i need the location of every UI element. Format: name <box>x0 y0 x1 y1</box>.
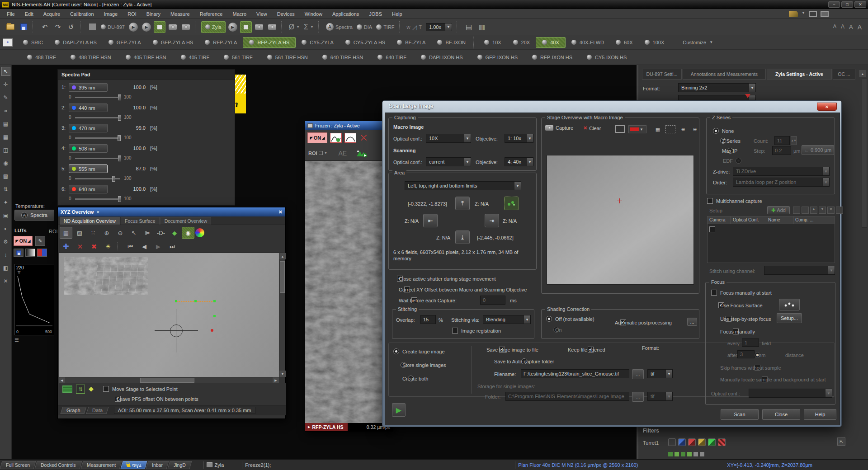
path-node-icon[interactable] <box>213 315 216 317</box>
channel-up-icon[interactable]: ▲ <box>810 207 817 214</box>
prev-point-icon[interactable]: ◀ <box>138 241 151 253</box>
oc-488-tirf[interactable]: 488 TIRF <box>20 52 63 63</box>
filter-mini-icon[interactable] <box>700 452 704 456</box>
lut-gradient-icon[interactable] <box>25 249 35 257</box>
menu-acquire[interactable]: Acquire <box>38 9 65 19</box>
oc-gfp-ixon-hs[interactable]: GFP-IXON HS <box>470 52 525 63</box>
channel-copy-icon[interactable] <box>793 207 800 214</box>
dropdown-arrow-icon[interactable]: ▼ <box>802 11 805 17</box>
menu-applications[interactable]: Applications <box>327 9 364 19</box>
first-point-icon[interactable]: ⏮ <box>124 241 137 253</box>
set-top-button[interactable]: ⤒ <box>455 197 470 210</box>
overlap-input[interactable] <box>420 315 436 324</box>
focus-manual-start-checkbox[interactable] <box>711 290 717 296</box>
filter-mini-icon[interactable] <box>687 452 692 456</box>
panel-scrollbar[interactable] <box>862 79 867 228</box>
stage-map-canvas[interactable] <box>59 253 279 377</box>
zdrive-dropdown[interactable]: Ti ZDrive▼ <box>733 167 830 176</box>
channel-slider[interactable] <box>75 137 120 139</box>
area-mode-dropdown[interactable]: Left, top, right and bottom limits▼ <box>405 181 521 190</box>
format-dropdown[interactable]: tif▼ <box>647 369 673 378</box>
minimize-button[interactable]: – <box>828 1 840 8</box>
menu-macro[interactable]: Macro <box>227 9 251 19</box>
pick-image-button[interactable] <box>504 197 519 210</box>
add-channel-button[interactable]: ✚Add <box>767 206 790 214</box>
multichannel-checkbox[interactable] <box>707 198 713 204</box>
focus-optical-dropdown[interactable]: ▼ <box>749 389 832 398</box>
channel-row-checkbox[interactable] <box>709 226 715 232</box>
focus-setup-button[interactable]: Setup... <box>777 313 802 323</box>
capture-zyla-button[interactable] <box>253 21 265 33</box>
tirf-mode-button[interactable]: TIRF <box>375 21 396 33</box>
order-dropdown[interactable]: Lambda loop per Z position▼ <box>733 178 830 187</box>
selection-frame-icon[interactable] <box>665 125 675 133</box>
menu-edit[interactable]: Edit <box>20 9 38 19</box>
menu-image[interactable]: Image <box>99 9 123 19</box>
live-zyla-button[interactable]: ▶ <box>227 21 239 33</box>
zoom-in-icon[interactable]: ⊕ <box>678 125 688 133</box>
measure-axis-icon[interactable]: ⊫ <box>141 227 154 239</box>
oc-640-tirf[interactable]: 640 TIRF <box>370 52 414 63</box>
menu-window[interactable]: Window <box>300 9 327 19</box>
channel-555-button[interactable]: 555 nm <box>69 164 108 173</box>
channel-slider[interactable] <box>75 158 120 159</box>
tab-measurement[interactable]: Measurement <box>80 461 122 469</box>
oc-dapi-ixon-hs[interactable]: DAPI-IXON HS <box>414 52 470 63</box>
oc-cy5-zyla-hs[interactable]: CY5-ZYLA HS <box>340 37 391 48</box>
points-grid-icon[interactable]: ⁙ <box>87 227 99 239</box>
rgb-color-icon[interactable] <box>195 228 204 237</box>
sun-icon[interactable]: ☀ <box>102 241 114 253</box>
zoom-level-dropdown[interactable]: 1.00x▼ <box>425 21 453 33</box>
scroll-down-icon[interactable]: ▼ <box>279 371 286 377</box>
mag-100x[interactable]: 100X <box>639 37 670 48</box>
dimension-icon[interactable]: -D- <box>155 227 167 239</box>
spectra-mode-button[interactable]: ASpectra <box>325 21 354 33</box>
channel-470-button[interactable]: 470 nm <box>69 124 108 132</box>
filter-blue-icon[interactable] <box>678 438 686 446</box>
sum-button[interactable]: Σ▼ <box>302 21 315 33</box>
sort-tool-icon[interactable]: ⇅ <box>1 185 10 194</box>
capture-plus-du897-button[interactable] <box>180 21 192 33</box>
menu-help[interactable]: Help <box>387 9 407 19</box>
filter-green-icon[interactable] <box>708 438 716 446</box>
tab-document-overview[interactable]: Document Overview <box>160 217 212 225</box>
macro-objective-dropdown[interactable]: 1: 10x▼ <box>505 134 533 143</box>
export-tool-icon[interactable]: ↓ <box>1 250 10 259</box>
diamond-marker-icon[interactable]: ◆ <box>168 227 181 239</box>
oc-dapi-zyla-hs[interactable]: DAPI-ZYLA HS <box>49 37 103 48</box>
filename-input[interactable] <box>521 369 629 378</box>
live-du897-button[interactable]: ▶ <box>127 21 139 33</box>
ae-button[interactable]: AE <box>338 150 347 157</box>
image-registration-checkbox[interactable] <box>452 328 458 334</box>
auto-scale-icon[interactable] <box>330 133 342 143</box>
channel-slider[interactable] <box>75 178 120 179</box>
settings-tool-icon[interactable]: ⚙ <box>1 237 10 246</box>
wait-input[interactable] <box>480 296 505 305</box>
xyz-titlebar[interactable]: XYZ Overview × ✕ <box>58 207 285 216</box>
oc-cy5-zyla[interactable]: CY5-ZYLA <box>296 37 340 48</box>
scroll-left-icon[interactable]: ◀ <box>59 377 65 384</box>
scroll-right-icon[interactable]: ▶ <box>273 377 279 384</box>
stitch-channel-dropdown[interactable]: ▼ <box>764 266 835 275</box>
monitor-icon[interactable] <box>615 125 625 133</box>
oc-640-tirf-hsn[interactable]: 640 TIRF-HSN <box>315 52 371 63</box>
xyz-close-button[interactable]: ✕ <box>278 209 283 215</box>
delete-point-icon[interactable]: ✕ <box>74 241 86 253</box>
color-dropdown[interactable]: ▼ <box>628 125 646 133</box>
next-point-icon[interactable]: ▶ <box>152 241 165 253</box>
dialog-close-button[interactable]: ✕ <box>817 103 837 111</box>
font-a4-button[interactable]: A <box>858 24 862 31</box>
star-tool-icon[interactable]: ✦ <box>1 198 10 207</box>
shutter-button[interactable]: Ø▼ <box>288 21 301 33</box>
menu-roi[interactable]: ROI <box>123 9 142 19</box>
dia-mode-button[interactable]: DIA <box>355 21 373 33</box>
menu-binary[interactable]: Binary <box>142 9 165 19</box>
revert-button[interactable]: ↺ <box>65 21 77 33</box>
scanning-objective-dropdown[interactable]: 4: 40x▼ <box>505 157 533 166</box>
set-left-button[interactable]: ⇤ <box>423 214 438 227</box>
close-button[interactable]: ✕ <box>854 1 866 8</box>
frozen-titlebar[interactable]: Frozen : Zyla - Active <box>305 121 393 130</box>
filter-red-icon[interactable] <box>688 438 696 446</box>
brush-icon[interactable] <box>789 11 798 17</box>
path-node-icon[interactable] <box>194 300 197 302</box>
